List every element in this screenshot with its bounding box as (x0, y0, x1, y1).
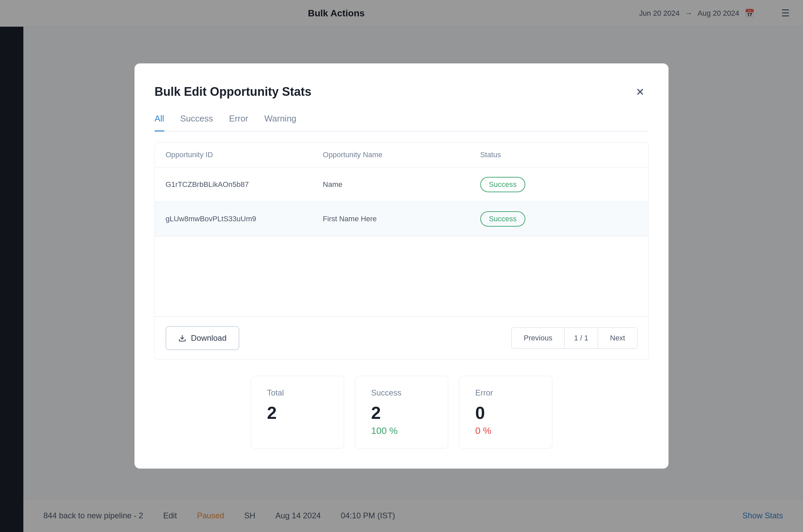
status-badge-success-1: Success (480, 177, 525, 192)
tab-all[interactable]: All (154, 113, 164, 132)
stat-card-error: Error 0 0 % (459, 376, 552, 449)
stat-card-success: Success 2 100 % (355, 376, 448, 449)
col-header-status: Status (480, 151, 637, 159)
stats-row: Total 2 Success 2 100 % Error 0 0 % (154, 376, 649, 449)
opportunity-name-2: First Name Here (323, 215, 480, 223)
stat-label-error: Error (475, 388, 536, 398)
status-badge-success-2: Success (480, 211, 525, 227)
table-row: G1rTCZBrbBLikAOn5b87 Name Success (155, 168, 648, 202)
download-icon (178, 334, 186, 342)
next-button[interactable]: Next (598, 327, 637, 349)
pagination: Previous 1 / 1 Next (511, 327, 637, 349)
opportunity-id-2: gLUw8mwBovPLtS33uUm9 (166, 215, 323, 223)
status-cell-1: Success (480, 177, 637, 192)
opportunity-name-1: Name (323, 180, 480, 189)
table-header: Opportunity ID Opportunity Name Status (155, 142, 648, 168)
tab-warning[interactable]: Warning (264, 113, 297, 132)
table-footer: Download Previous 1 / 1 Next (155, 317, 648, 359)
stat-value-success: 2 (371, 403, 432, 423)
bulk-edit-modal: Bulk Edit Opportunity Stats All Success … (134, 63, 669, 469)
stat-percent-success: 100 % (371, 425, 432, 436)
col-header-name: Opportunity Name (323, 151, 480, 159)
tabs-container: All Success Error Warning (154, 113, 649, 132)
previous-button[interactable]: Previous (511, 327, 565, 349)
results-table: Opportunity ID Opportunity Name Status G… (154, 142, 649, 360)
stat-card-total: Total 2 (251, 376, 344, 449)
table-row: gLUw8mwBovPLtS33uUm9 First Name Here Suc… (155, 202, 648, 236)
tab-error[interactable]: Error (229, 113, 248, 132)
modal-header: Bulk Edit Opportunity Stats (154, 83, 649, 100)
stat-label-total: Total (267, 388, 328, 398)
modal-title: Bulk Edit Opportunity Stats (154, 85, 311, 99)
stat-percent-error: 0 % (475, 425, 536, 436)
col-header-id: Opportunity ID (166, 151, 323, 159)
download-label: Download (191, 334, 227, 343)
status-cell-2: Success (480, 211, 637, 227)
stat-label-success: Success (371, 388, 432, 398)
stat-value-error: 0 (475, 403, 536, 423)
modal-overlay: Bulk Edit Opportunity Stats All Success … (0, 0, 803, 532)
close-button[interactable] (632, 83, 649, 100)
page-indicator: 1 / 1 (565, 327, 598, 349)
table-empty-area (155, 236, 648, 317)
opportunity-id-1: G1rTCZBrbBLikAOn5b87 (166, 180, 323, 189)
stat-value-total: 2 (267, 403, 328, 423)
tab-success[interactable]: Success (180, 113, 213, 132)
download-button[interactable]: Download (166, 326, 239, 350)
